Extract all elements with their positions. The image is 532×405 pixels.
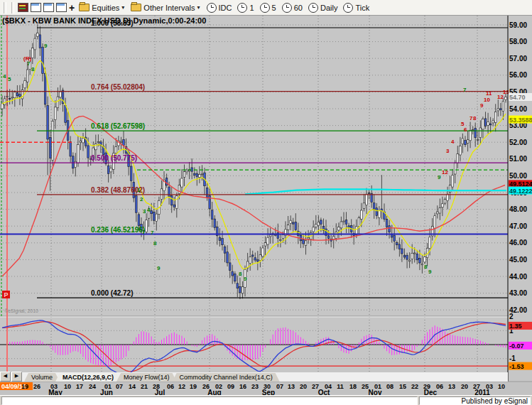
interval-button-tick[interactable]: Tick [341, 2, 371, 14]
svg-text:10: 10 [64, 383, 71, 390]
svg-text:2: 2 [140, 196, 143, 202]
status-bar: Published by eSignal (www.esignal.com) [0, 395, 532, 405]
chart-window-icon[interactable] [43, 3, 54, 12]
svg-text:8: 8 [31, 66, 35, 72]
svg-text:43.00: 43.00 [509, 289, 527, 297]
toolbar-folder-other-intervals[interactable]: Other Intervals ▾ [129, 3, 202, 13]
published-by-text: Published by eSignal (www.esignal.com) [419, 396, 531, 405]
svg-text:07: 07 [116, 383, 123, 390]
tab-macd[interactable]: MACD(12,26,9,C) [55, 373, 121, 382]
fib-label: 0.000 (42.72) [91, 289, 134, 297]
chart-canvas[interactable]: 1.000 (58.83)0.764 (55.02804)0.618 (52.6… [0, 0, 532, 405]
tab-volume[interactable]: Volume [24, 373, 60, 382]
svg-text:8: 8 [473, 115, 477, 122]
svg-text:52.00: 52.00 [509, 139, 527, 146]
svg-text:46.00: 46.00 [509, 239, 527, 247]
svg-text:-0.07: -0.07 [509, 342, 524, 350]
svg-text:54.70: 54.70 [509, 94, 526, 101]
svg-text:4: 4 [451, 139, 455, 145]
scroll-right-button[interactable]: ▶ [11, 372, 22, 382]
svg-text:58.00: 58.00 [509, 38, 527, 45]
interval-button-5[interactable]: 5 [258, 2, 278, 14]
svg-text:7: 7 [151, 230, 154, 236]
svg-text:-1: -1 [509, 355, 516, 362]
esignal-chart-window: 1.000 (58.83)0.764 (55.02804)0.618 (52.6… [0, 0, 532, 405]
toolbar-folder-equities[interactable]: Equities ▾ [77, 3, 126, 13]
toolbar-separator [4, 2, 6, 14]
svg-text:10: 10 [498, 383, 505, 390]
chevron-down-icon: ▾ [197, 4, 200, 11]
fib-label: 0.618 (52.67598) [91, 122, 145, 130]
svg-text:7: 7 [27, 60, 31, 67]
svg-text:12: 12 [442, 169, 448, 176]
svg-text:23: 23 [251, 383, 259, 390]
interval-button-idc[interactable]: IDC [205, 2, 234, 14]
svg-text:21: 21 [141, 383, 148, 390]
svg-text:53.3588: 53.3588 [509, 117, 532, 124]
interval-label: Tick [355, 4, 369, 12]
chart-title: ($BKX - KBW BANK INDEX USD,D) Dynamic,0:… [2, 16, 206, 25]
svg-text:19: 19 [21, 383, 28, 390]
plus-icon[interactable]: + [69, 4, 75, 11]
svg-text:25: 25 [362, 383, 369, 390]
clock-icon [260, 3, 270, 13]
svg-text:4: 4 [147, 207, 151, 213]
svg-text:13: 13 [288, 383, 295, 390]
svg-text:54.00: 54.00 [509, 105, 527, 113]
svg-text:18: 18 [349, 383, 357, 390]
tab-money-flow[interactable]: Money Flow(14) [116, 373, 177, 382]
svg-text:9: 9 [157, 265, 161, 271]
svg-text:8: 8 [239, 271, 242, 277]
svg-text:9: 9 [244, 276, 247, 282]
indicator-tab-row: ◀ ▶ VolumeMACD(12,26,9,C)Money Flow(14)C… [0, 372, 508, 382]
svg-text:49.1222: 49.1222 [509, 188, 532, 195]
svg-text:14: 14 [129, 383, 136, 390]
toolbar: + Equities ▾ Other Intervals ▾ IDC 1 5 6… [0, 0, 532, 16]
svg-text:9: 9 [438, 174, 441, 180]
svg-text:-1.53: -1.53 [509, 363, 524, 370]
svg-text:15: 15 [399, 383, 406, 390]
quote-board-icon[interactable] [18, 3, 28, 12]
interval-label: Daily [320, 4, 337, 12]
svg-text:56.00: 56.00 [509, 71, 527, 79]
svg-text:1: 1 [137, 187, 141, 193]
svg-text:7: 7 [463, 87, 467, 93]
svg-text:6: 6 [464, 126, 467, 133]
svg-text:3: 3 [446, 148, 450, 154]
fib-label: 0.500 (50.775) [91, 154, 137, 162]
svg-text:50.00: 50.00 [509, 172, 527, 180]
svg-text:17: 17 [76, 383, 83, 390]
clock-icon [308, 3, 318, 13]
svg-text:57.00: 57.00 [509, 55, 527, 63]
tab-commodity-channel-index[interactable]: Commodity Channel Index(14,C) [173, 373, 280, 382]
svg-text:07: 07 [276, 383, 283, 390]
svg-text:12: 12 [178, 383, 185, 390]
svg-text:45.00: 45.00 [509, 256, 527, 264]
folder-icon [131, 4, 141, 11]
svg-text:9: 9 [44, 43, 48, 49]
clock-icon [207, 3, 217, 13]
chart-window-icon[interactable] [31, 3, 41, 12]
scroll-left-button[interactable]: ◀ [0, 372, 11, 382]
window-properties-icon[interactable] [56, 3, 67, 12]
svg-text:20: 20 [461, 383, 468, 390]
interval-button-1[interactable]: 1 [235, 2, 256, 14]
svg-text:8: 8 [424, 264, 428, 270]
interval-button-daily[interactable]: Daily [306, 2, 340, 14]
svg-text:20: 20 [300, 383, 307, 390]
interval-label: IDC [219, 4, 232, 12]
clock-icon [237, 3, 247, 13]
watermark: ©eSignal, 2010 [4, 308, 38, 314]
svg-text:11: 11 [486, 90, 492, 97]
svg-text:19: 19 [190, 383, 197, 390]
status-left-cell [1, 396, 418, 405]
clock-icon [343, 3, 353, 13]
fib-label: 0.236 (46.52196) [91, 226, 145, 234]
interval-label: 1 [249, 4, 254, 12]
svg-text:2: 2 [509, 313, 514, 320]
svg-text:8: 8 [153, 240, 157, 247]
svg-text:1.35: 1.35 [509, 323, 522, 330]
interval-button-60[interactable]: 60 [280, 2, 305, 14]
svg-text:P: P [4, 291, 9, 298]
svg-text:13: 13 [448, 383, 455, 390]
